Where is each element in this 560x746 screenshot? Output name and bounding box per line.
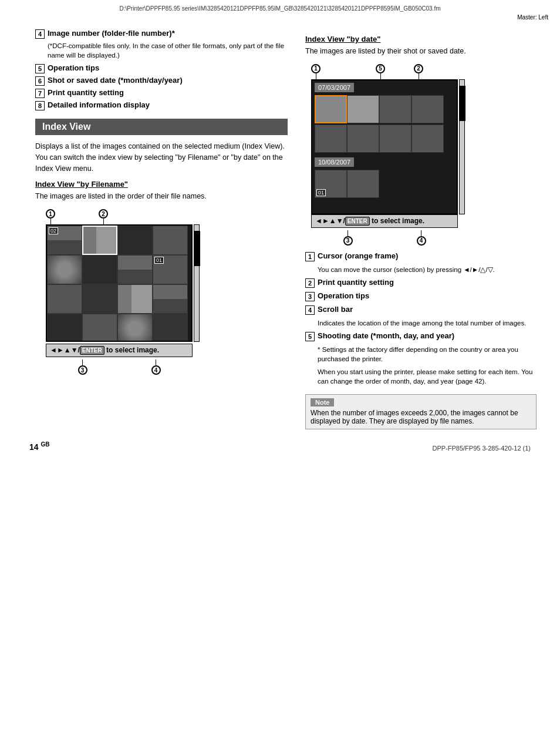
right-detail-list: 1 Cursor (orange frame) You can move the… <box>305 251 537 387</box>
right-num-1: 1 <box>305 252 315 261</box>
right-item-5-sub2: When you start using the printer, please… <box>318 367 537 386</box>
filename-caption: ◄►▲▼/ENTER to select image. <box>46 344 193 357</box>
by-date-title: Index View "by date" <box>305 35 537 43</box>
item-6-label: Shot or saved date (*month/day/year) <box>48 76 183 85</box>
by-date-body: The images are listed by their shot or s… <box>305 46 537 57</box>
page-super: GB <box>41 441 49 448</box>
date-scrollbar <box>459 79 465 214</box>
note-body: When the number of images exceeds 2,000,… <box>311 409 531 425</box>
filename-diagram: 1 2 02 <box>35 208 288 375</box>
item-8: 8 Detailed information display <box>35 100 288 110</box>
right-num-2: 2 <box>305 278 315 288</box>
section-title: Index View <box>35 119 288 135</box>
item-7: 7 Print quantity setting <box>35 88 288 98</box>
date-callout-3-bot: 3 <box>343 236 353 246</box>
item-4-sub: (*DCF-compatible files only. In the case… <box>48 41 288 60</box>
note-title: Note <box>311 398 334 406</box>
item-5: 5 Operation tips <box>35 63 288 73</box>
right-item-4-label: Scroll bar <box>318 305 353 314</box>
filename-scrollbar <box>194 224 200 342</box>
right-item-4: 4 Scroll bar <box>305 305 537 315</box>
master-label: Master: Left <box>0 14 560 23</box>
page-footer: 14 GB DPP-FP85/FP95 3-285-420-12 (1) <box>0 429 560 458</box>
right-item-3-label: Operation tips <box>318 291 369 300</box>
right-item-2: 2 Print quantity setting <box>305 278 537 288</box>
item-4-label: Image number (folder-file number)* <box>48 29 175 38</box>
item-8-label: Detailed information display <box>48 100 150 109</box>
right-num-5: 5 <box>305 332 315 341</box>
page-number: 14 GB <box>29 441 49 452</box>
num-box-5: 5 <box>35 64 45 73</box>
item-7-label: Print quantity setting <box>48 88 124 97</box>
file-path: D:\Printer\DPPFP85.95 series\IM\32854201… <box>0 0 560 14</box>
callout-3-bot: 3 <box>78 365 87 375</box>
right-num-3: 3 <box>305 292 315 301</box>
item-5-label: Operation tips <box>48 63 99 72</box>
num-box-8: 8 <box>35 101 45 110</box>
num-box-7: 7 <box>35 89 45 98</box>
right-column: Index View "by date" The images are list… <box>305 29 537 429</box>
right-item-5-sub1: * Settings at the factory differ dependi… <box>318 345 537 364</box>
callout-4-bot: 4 <box>151 365 161 375</box>
by-filename-title: Index View "by Filename" <box>35 180 288 189</box>
date-callout-4-bot: 4 <box>417 236 426 246</box>
date-label-2: 10/08/2007 <box>315 157 354 167</box>
right-item-5-label: Shooting date (*month, day, and year) <box>318 331 454 340</box>
item-4: 4 Image number (folder-file number)* <box>35 29 288 39</box>
right-item-1-label: Cursor (orange frame) <box>318 251 398 260</box>
left-column: 4 Image number (folder-file number)* (*D… <box>35 29 288 429</box>
callout-2-top: 2 <box>99 209 108 219</box>
date-label-1: 07/03/2007 <box>315 83 354 92</box>
date-caption: ◄►▲▼/ENTER to select image. <box>311 214 458 228</box>
date-callout-2-top: 2 <box>414 64 423 73</box>
item-6: 6 Shot or saved date (*month/day/year) <box>35 76 288 86</box>
filename-grid: 02 01 <box>46 224 193 342</box>
right-item-2-label: Print quantity setting <box>318 278 394 287</box>
right-item-3: 3 Operation tips <box>305 291 537 301</box>
note-box: Note When the number of images exceeds 2… <box>305 394 537 429</box>
by-filename-body: The images are listed in the order of th… <box>35 191 288 202</box>
date-grid: 07/03/2007 <box>311 79 458 214</box>
right-item-1-sub: You can move the cursor (selection) by p… <box>318 265 537 274</box>
num-box-6: 6 <box>35 76 45 86</box>
right-item-5: 5 Shooting date (*month, day, and year) <box>305 331 537 341</box>
date-diagram: 1 5 2 07/03/2007 <box>305 63 537 246</box>
callout-1-top: 1 <box>46 209 55 219</box>
section-body: Displays a list of the images contained … <box>35 141 288 174</box>
model-number: DPP-FP85/FP95 3-285-420-12 (1) <box>432 445 531 452</box>
date-callout-1-top: 1 <box>311 64 321 73</box>
right-num-4: 4 <box>305 305 315 315</box>
num-box-4: 4 <box>35 29 45 39</box>
date-callout-5-top: 5 <box>376 64 385 73</box>
right-item-1: 1 Cursor (orange frame) <box>305 251 537 261</box>
right-item-4-sub: Indicates the location of the image amon… <box>318 318 537 328</box>
